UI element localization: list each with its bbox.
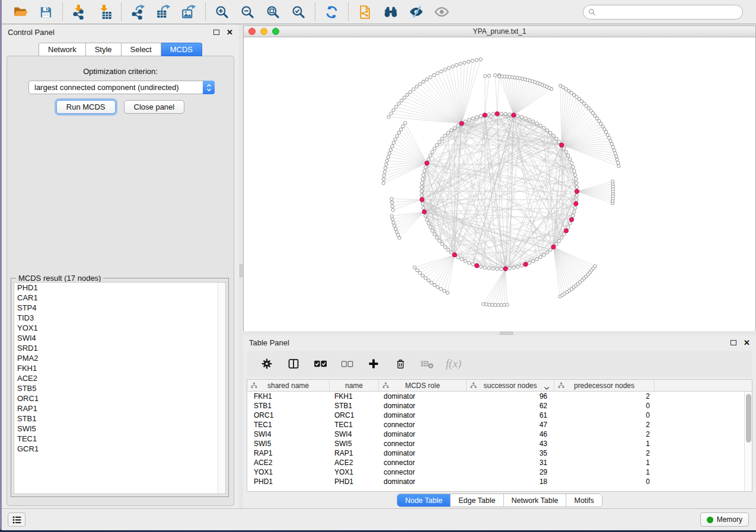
network-node[interactable] [453,126,456,129]
network-node[interactable] [559,84,562,87]
show-all-button[interactable] [429,1,454,23]
network-node[interactable] [390,197,393,200]
table-cell[interactable]: PHD1 [330,477,379,486]
table-row[interactable]: SWI5SWI5connector431 [247,439,752,448]
export-table-button[interactable] [151,1,176,23]
network-node[interactable] [539,124,542,127]
close-panel-button[interactable]: Close panel [124,100,185,114]
splitter-grip[interactable] [240,264,243,277]
table-scrollbar-thumb[interactable] [746,394,751,443]
vertical-splitter[interactable] [239,24,243,508]
network-node[interactable] [422,174,425,177]
mcds-result-item[interactable]: RAP1 [14,403,225,414]
network-node[interactable] [494,73,497,76]
table-row[interactable]: YOX1YOX1connector291 [247,467,752,477]
mcds-node[interactable] [420,197,424,201]
table-row[interactable]: ACE2ACE2connector311 [247,458,752,467]
column-header-MCDS-role[interactable]: MCDS role [379,380,467,391]
network-node[interactable] [415,85,418,88]
network-node[interactable] [404,121,407,124]
network-node[interactable] [392,108,395,111]
network-node[interactable] [573,206,576,209]
task-history-button[interactable] [8,512,25,527]
network-node[interactable] [492,267,495,270]
mcds-node[interactable] [564,229,568,233]
network-node[interactable] [449,129,452,132]
network-node[interactable] [424,277,427,280]
network-node[interactable] [457,124,460,127]
network-node[interactable] [575,194,578,197]
network-node[interactable] [436,286,439,289]
network-node[interactable] [471,59,474,62]
mcds-result-item[interactable]: TEC1 [14,434,225,444]
table-cell[interactable]: 0 [554,411,655,420]
network-node[interactable] [441,242,444,245]
network-node[interactable] [430,229,433,232]
export-image-button[interactable] [176,1,202,23]
refresh-view-button[interactable] [319,1,344,23]
table-cell[interactable]: 31 [467,458,554,467]
network-node[interactable] [512,266,515,269]
mcds-node[interactable] [452,253,457,257]
network-node[interactable] [543,126,546,129]
network-node[interactable] [390,112,393,115]
table-cell[interactable]: 29 [467,467,554,477]
mcds-node[interactable] [575,189,579,193]
network-node[interactable] [441,137,444,140]
network-node[interactable] [382,174,385,177]
table-cell[interactable]: TEC1 [247,420,330,430]
network-node[interactable] [467,261,470,264]
network-node[interactable] [446,132,449,134]
network-node[interactable] [575,185,578,188]
table-row[interactable]: STB1STB1dominator620 [247,401,752,411]
horizontal-splitter[interactable] [243,331,756,335]
table-cell[interactable]: 2 [554,430,655,439]
network-node[interactable] [615,155,618,158]
network-node[interactable] [573,169,576,172]
network-canvas[interactable] [244,37,755,331]
network-node[interactable] [397,102,400,105]
network-node[interactable] [552,134,555,137]
network-node[interactable] [387,155,390,158]
table-cell[interactable]: 46 [467,430,554,439]
network-node[interactable] [594,265,596,268]
network-node[interactable] [508,267,511,270]
network-node[interactable] [390,201,393,204]
mcds-result-item[interactable]: ORC1 [14,393,225,403]
network-node[interactable] [425,78,428,81]
network-node[interactable] [464,259,467,262]
mcds-node[interactable] [560,143,564,147]
table-row[interactable]: PHD1PHD1dominator180 [247,477,752,486]
network-node[interactable] [446,291,449,294]
network-node[interactable] [506,303,509,306]
network-node[interactable] [479,58,482,61]
mcds-result-item[interactable]: CAR1 [14,293,225,303]
network-node[interactable] [610,142,613,145]
network-node[interactable] [615,158,618,161]
network-node[interactable] [535,122,538,125]
network-node[interactable] [391,145,394,148]
table-cell[interactable]: YOX1 [330,467,379,477]
memory-button[interactable]: Memory [700,512,749,527]
network-node[interactable] [557,239,560,242]
network-node[interactable] [382,182,385,185]
mcds-node[interactable] [475,264,479,268]
network-node[interactable] [614,152,617,155]
network-node[interactable] [421,202,424,205]
network-node[interactable] [567,226,570,229]
table-cell[interactable]: dominator [379,430,467,439]
network-node[interactable] [419,82,422,85]
network-node[interactable] [476,116,479,118]
network-node[interactable] [555,242,558,245]
table-row[interactable]: SWI4SWI4dominator462 [247,430,752,439]
network-node[interactable] [429,76,432,79]
network-node[interactable] [413,266,416,269]
find-button[interactable] [378,1,403,23]
network-node[interactable] [487,74,490,77]
network-node[interactable] [394,105,397,108]
network-node[interactable] [436,72,439,75]
import-network-from-file-button[interactable] [66,1,92,23]
network-node[interactable] [444,68,446,71]
network-node[interactable] [570,162,573,165]
network-node[interactable] [419,271,422,274]
